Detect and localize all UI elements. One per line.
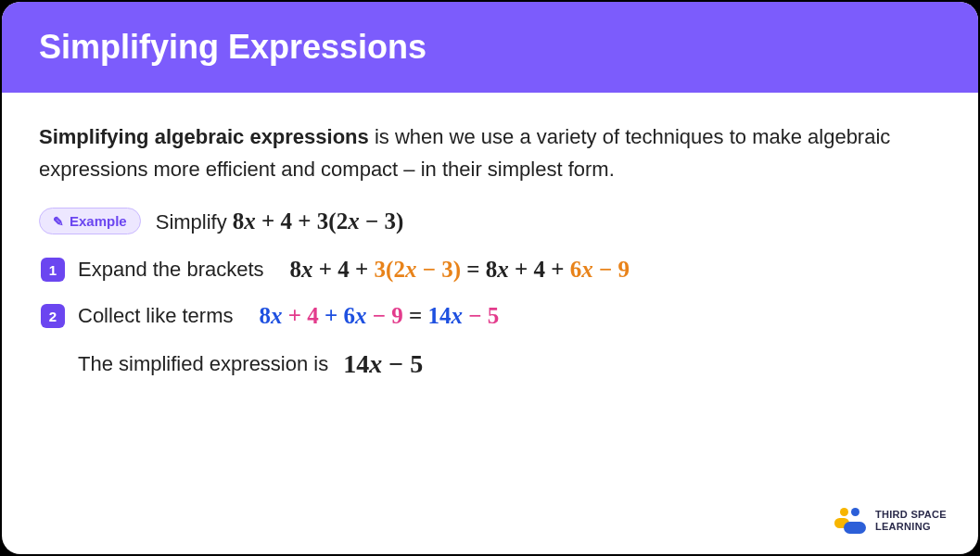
result-row: The simplified expression is 14x − 5 [78,349,941,379]
example-expression: 8x + 4 + 3(2x − 3) [233,208,403,234]
step-badge-2: 2 [41,304,65,328]
step-2: 2 Collect like terms 8x + 4 + 6x − 9 = 1… [41,303,941,329]
highlight-blue: 14x [427,303,463,328]
brand-logo-text: THIRD SPACE LEARNING [875,509,947,532]
example-pill: ✎ Example [39,208,141,234]
step-1-label: Expand the brackets [78,258,264,282]
example-text: Simplify 8x + 4 + 3(2x − 3) [156,208,404,234]
highlight-pink: − 9 [366,303,402,328]
example-row: ✎ Example Simplify 8x + 4 + 3(2x − 3) [39,208,941,234]
step-1: 1 Expand the brackets 8x + 4 + 3(2x − 3)… [41,257,941,283]
example-lead: Simplify [156,210,233,234]
intro-bold: Simplifying algebraic expressions [39,125,369,148]
highlight-blue: + 6x [319,303,367,328]
brand-logo-icon [834,508,866,534]
highlight-pink: + 4 [282,303,318,328]
highlight-blue: 8x [259,303,282,328]
intro-text: Simplifying algebraic expressions is whe… [39,120,941,185]
result-label: The simplified expression is [78,352,328,376]
step-badge-1: 1 [41,258,65,282]
step-1-expression: 8x + 4 + 3(2x − 3) = 8x + 4 + 6x − 9 [290,257,630,283]
step-2-label: Collect like terms [78,304,233,328]
page-title: Simplifying Expressions [39,28,941,67]
step-2-expression: 8x + 4 + 6x − 9 = 14x − 5 [259,303,499,329]
card-header: Simplifying Expressions [2,2,978,93]
pencil-icon: ✎ [53,214,64,229]
highlight-pink: − 5 [463,303,499,328]
highlight-orange: 6x − 9 [570,257,630,282]
brand-logo: THIRD SPACE LEARNING [834,508,947,534]
lesson-card: Simplifying Expressions Simplifying alge… [2,2,978,554]
card-content: Simplifying algebraic expressions is whe… [2,93,978,398]
example-pill-label: Example [70,213,127,229]
highlight-orange: 3(2x − 3) [375,257,461,282]
result-expression: 14x − 5 [343,349,423,379]
